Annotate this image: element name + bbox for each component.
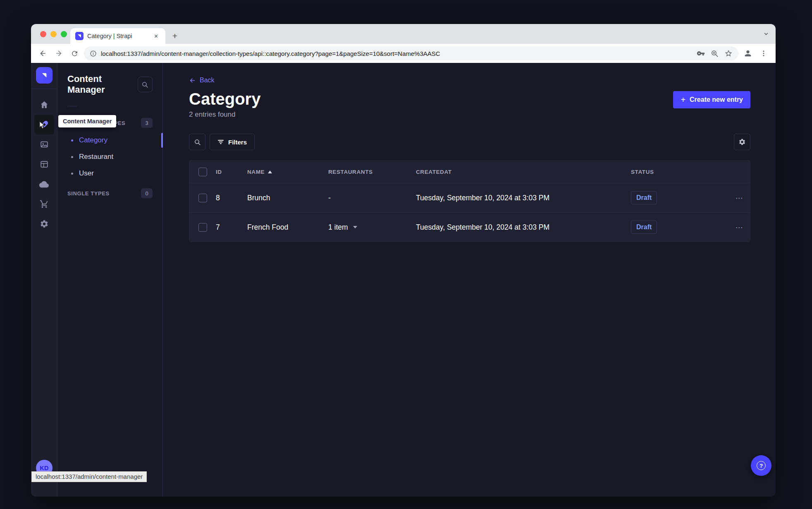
bullet-icon [71,156,73,158]
bookmark-star-icon[interactable] [724,49,733,58]
back-icon[interactable] [37,47,49,60]
content-manager-tooltip: Content Manager [58,115,116,127]
browser-tab-strip: Category | Strapi ✕ + [31,24,776,44]
browser-tab[interactable]: Category | Strapi ✕ [70,28,165,44]
entries-table: ID NAME RESTAURANTS CREATEDAT STATUS 8 B… [189,160,750,242]
back-arrow-icon [189,77,196,84]
filter-icon [217,139,224,145]
help-button[interactable]: ? [751,455,771,476]
cell-name: French Food [247,223,328,232]
cell-restaurants[interactable]: 1 item [328,223,416,232]
sidebar-item-label: Restaurant [79,153,113,161]
column-header-status[interactable]: STATUS [631,169,729,175]
column-header-name[interactable]: NAME [247,169,328,175]
collection-types-count: 3 [141,118,153,128]
status-badge: Draft [631,191,657,204]
divider [67,106,77,106]
filters-label: Filters [228,139,247,146]
reload-icon[interactable] [68,47,81,60]
page-title: Category [189,89,260,109]
select-all-checkbox[interactable] [198,168,207,176]
window-controls [40,31,67,37]
table-row[interactable]: 7 French Food 1 item Tuesday, September … [189,212,750,242]
tab-title: Category | Strapi [87,33,148,39]
bullet-icon [71,139,73,142]
new-tab-button[interactable]: + [169,30,181,42]
column-header-restaurants[interactable]: RESTAURANTS [328,169,416,175]
restaurants-count: 1 item [328,223,348,232]
search-icon [141,81,148,88]
url-text[interactable]: localhost:1337/admin/content-manager/col… [101,50,693,57]
cell-restaurants: - [328,194,416,202]
single-types-label: SINGLE TYPES [67,190,110,197]
sidebar-item-restaurant[interactable]: Restaurant [67,149,153,165]
question-icon: ? [757,461,766,470]
sort-ascending-icon [268,170,272,173]
browser-toolbar: localhost:1337/admin/content-manager/col… [31,44,776,63]
row-actions-menu[interactable]: ⋯ [729,223,750,232]
info-icon[interactable] [90,50,97,57]
maximize-window-button[interactable] [61,31,67,37]
back-link[interactable]: Back [189,77,750,84]
row-checkbox[interactable] [198,194,207,202]
caret-down-icon [353,226,357,228]
table-search-button[interactable] [189,134,205,150]
column-header-name-label: NAME [247,169,265,175]
url-bar[interactable]: localhost:1337/admin/content-manager/col… [84,46,738,60]
browser-menu-icon[interactable] [757,47,770,60]
sidebar-item-label: User [79,169,94,178]
minimize-window-button[interactable] [50,31,57,37]
profile-icon[interactable] [742,47,754,60]
create-new-entry-button[interactable]: + Create new entry [673,91,750,108]
sidebar-item-label: Category [79,136,107,144]
table-header-row: ID NAME RESTAURANTS CREATEDAT STATUS [189,161,750,183]
table-row[interactable]: 8 Brunch - Tuesday, September 10, 2024 a… [189,183,750,212]
zoom-icon[interactable] [711,50,719,58]
cell-id: 8 [216,194,247,202]
password-key-icon[interactable] [697,49,705,58]
cell-id: 7 [216,223,247,232]
strapi-favicon [75,32,84,40]
plus-icon: + [681,96,685,104]
sidebar-item-user[interactable]: User [67,165,153,182]
nav-settings[interactable] [34,214,54,234]
search-icon [194,139,201,146]
content-manager-sidebar: Content Manager COLLECTION TYPES 3 Categ… [57,63,163,497]
close-tab-icon[interactable]: ✕ [152,32,160,40]
nav-rail: KD [31,63,57,497]
strapi-logo[interactable] [36,67,53,84]
strapi-admin: KD Content Manager COLLECTION TYPES 3 Ca… [31,63,776,497]
nav-cloud[interactable] [34,174,54,194]
status-badge: Draft [631,221,657,234]
nav-content-manager[interactable] [34,115,54,134]
cell-name: Brunch [247,194,328,202]
forward-icon[interactable] [53,47,65,60]
column-header-createdat[interactable]: CREATEDAT [416,169,631,175]
row-actions-menu[interactable]: ⋯ [729,193,750,203]
nav-content-type-builder[interactable] [34,154,54,174]
back-label: Back [200,77,215,84]
close-window-button[interactable] [40,31,46,37]
cell-createdat: Tuesday, September 10, 2024 at 3:03 PM [416,194,631,202]
row-checkbox[interactable] [198,223,207,232]
bullet-icon [71,173,73,175]
browser-window: Category | Strapi ✕ + localhost:1337/adm… [31,24,776,497]
single-types-count: 0 [141,188,153,198]
sidebar-title: Content Manager [67,74,138,95]
sidebar-item-category[interactable]: Category [67,132,153,149]
rail-divider [31,89,57,89]
nav-home[interactable] [34,95,54,115]
column-header-id[interactable]: ID [216,169,247,175]
main-content: Back Category 2 entries found + Create n… [163,63,776,497]
cell-createdat: Tuesday, September 10, 2024 at 3:03 PM [416,223,631,232]
sidebar-search-button[interactable] [138,77,153,92]
create-button-label: Create new entry [690,96,743,103]
status-bar-link: localhost:1337/admin/content-manager [31,471,147,482]
nav-media-library[interactable] [34,134,54,154]
gear-icon [738,138,746,146]
filters-button[interactable]: Filters [210,134,255,150]
entries-count: 2 entries found [189,110,260,119]
view-settings-button[interactable] [734,134,750,150]
chevron-down-icon[interactable] [762,29,771,38]
nav-marketplace[interactable] [34,194,54,214]
